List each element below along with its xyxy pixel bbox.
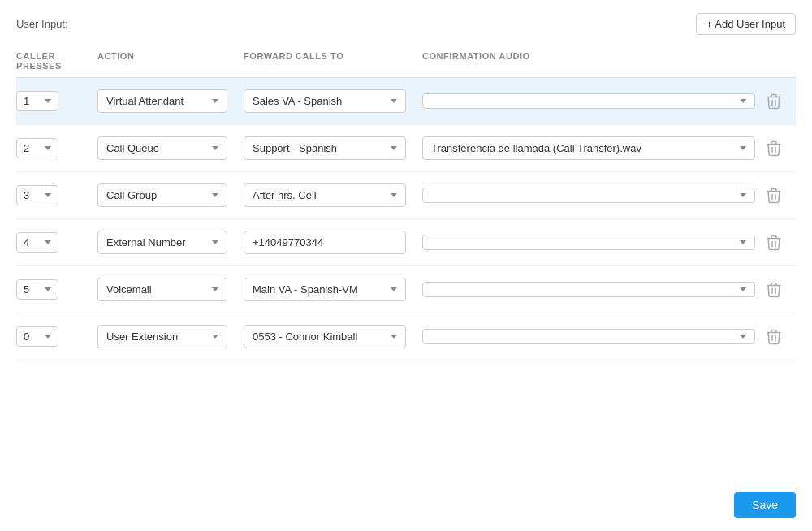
action-cell: External Number (97, 231, 244, 254)
chevron-down-icon (740, 99, 746, 103)
confirmation-value: Transferencia de llamada (Call Transfer)… (431, 142, 641, 154)
action-select[interactable]: Call Queue (97, 136, 227, 160)
confirmation-audio-select[interactable] (422, 329, 755, 344)
forward-calls-select[interactable]: 0553 - Connor Kimball (244, 325, 406, 348)
confirmation-audio-cell (422, 329, 763, 344)
forward-calls-input[interactable] (244, 231, 406, 254)
action-value: External Number (106, 236, 186, 248)
table-row: 1Virtual AttendantSales VA - Spanish (16, 78, 796, 125)
trash-icon (767, 140, 781, 157)
key-value: 1 (24, 95, 29, 107)
confirmation-audio-select[interactable] (422, 235, 755, 250)
delete-row-button[interactable] (763, 90, 784, 113)
confirmation-audio-cell (422, 93, 763, 109)
confirmation-audio-select[interactable] (422, 282, 755, 297)
caller-presses-cell: 3 (16, 185, 97, 205)
action-value: Call Group (106, 189, 157, 201)
key-badge[interactable]: 0 (16, 326, 58, 347)
key-value: 3 (24, 189, 29, 201)
delete-row-button[interactable] (763, 137, 784, 160)
delete-cell (763, 278, 796, 301)
key-badge[interactable]: 5 (16, 279, 58, 300)
trash-icon (767, 329, 781, 345)
action-value: Voicemail (106, 283, 152, 296)
confirmation-audio-select[interactable] (422, 93, 755, 109)
table-header: CALLER PRESSES ACTION FORWARD CALLS TO C… (16, 51, 796, 78)
bottom-bar: Save (16, 482, 796, 518)
forward-value: Sales VA - Spanish (253, 95, 342, 107)
delete-row-button[interactable] (763, 326, 784, 348)
action-select[interactable]: External Number (97, 231, 227, 254)
chevron-down-icon (45, 146, 51, 150)
action-cell: User Extension (97, 325, 244, 348)
confirmation-audio-select[interactable]: Transferencia de llamada (Call Transfer)… (422, 136, 755, 160)
delete-cell (763, 231, 796, 254)
chevron-down-icon (391, 335, 397, 339)
chevron-down-icon (45, 335, 51, 339)
action-cell: Call Queue (97, 136, 244, 160)
add-user-input-button[interactable]: + Add User Input (696, 13, 796, 35)
confirmation-audio-cell (422, 235, 763, 250)
confirmation-audio-cell: Transferencia de llamada (Call Transfer)… (422, 136, 763, 160)
chevron-down-icon (45, 287, 51, 291)
chevron-down-icon (740, 240, 746, 244)
col-caller-presses: CALLER PRESSES (16, 51, 97, 71)
key-badge[interactable]: 1 (16, 91, 58, 111)
col-confirmation-audio: CONFIRMATION AUDIO (422, 51, 763, 71)
action-value: Virtual Attendant (106, 95, 184, 107)
action-select[interactable]: Voicemail (97, 278, 227, 301)
forward-calls-select[interactable]: After hrs. Cell (244, 183, 406, 207)
key-badge[interactable]: 2 (16, 138, 58, 158)
page-container: User Input: + Add User Input CALLER PRES… (0, 0, 812, 531)
action-select[interactable]: Call Group (97, 183, 227, 207)
table-row: 2Call QueueSupport - SpanishTransferenci… (16, 125, 796, 172)
rows-container: 1Virtual AttendantSales VA - Spanish 2Ca… (16, 78, 796, 482)
delete-cell (763, 137, 796, 160)
forward-calls-cell (244, 231, 422, 254)
save-button[interactable]: Save (734, 492, 796, 518)
forward-calls-cell: Main VA - Spanish-VM (244, 278, 422, 301)
caller-presses-cell: 2 (16, 138, 97, 158)
delete-row-button[interactable] (763, 231, 784, 254)
chevron-down-icon (45, 99, 51, 103)
chevron-down-icon (740, 193, 746, 197)
delete-row-button[interactable] (763, 184, 784, 207)
forward-calls-select[interactable]: Main VA - Spanish-VM (244, 278, 406, 301)
action-cell: Voicemail (97, 278, 244, 301)
forward-calls-cell: Support - Spanish (244, 136, 422, 160)
delete-cell (763, 90, 796, 113)
action-value: User Extension (106, 330, 178, 343)
confirmation-audio-select[interactable] (422, 188, 755, 203)
top-bar: User Input: + Add User Input (16, 13, 796, 35)
action-select[interactable]: Virtual Attendant (97, 89, 227, 113)
chevron-down-icon (212, 146, 218, 150)
key-badge[interactable]: 3 (16, 185, 58, 205)
forward-calls-cell: 0553 - Connor Kimball (244, 325, 422, 348)
caller-presses-cell: 5 (16, 279, 97, 300)
forward-value: After hrs. Cell (253, 189, 317, 201)
table-row: 4External Number (16, 219, 796, 266)
delete-row-button[interactable] (763, 278, 784, 301)
delete-cell (763, 184, 796, 207)
chevron-down-icon (45, 240, 51, 244)
forward-calls-select[interactable]: Support - Spanish (244, 136, 406, 160)
trash-icon (767, 188, 781, 204)
forward-calls-select[interactable]: Sales VA - Spanish (244, 89, 406, 113)
key-value: 0 (24, 330, 29, 343)
chevron-down-icon (740, 287, 746, 291)
forward-calls-cell: After hrs. Cell (244, 183, 422, 207)
chevron-down-icon (391, 146, 397, 150)
key-badge[interactable]: 4 (16, 232, 58, 253)
action-select[interactable]: User Extension (97, 325, 227, 348)
forward-calls-cell: Sales VA - Spanish (244, 89, 422, 113)
key-value: 2 (24, 142, 29, 154)
caller-presses-cell: 4 (16, 232, 97, 253)
user-input-label: User Input: (16, 18, 68, 30)
forward-value: Main VA - Spanish-VM (253, 283, 358, 296)
action-cell: Virtual Attendant (97, 89, 244, 113)
chevron-down-icon (212, 335, 218, 339)
key-value: 5 (24, 283, 29, 296)
action-value: Call Queue (106, 142, 159, 154)
trash-icon (767, 282, 781, 298)
chevron-down-icon (740, 335, 746, 339)
